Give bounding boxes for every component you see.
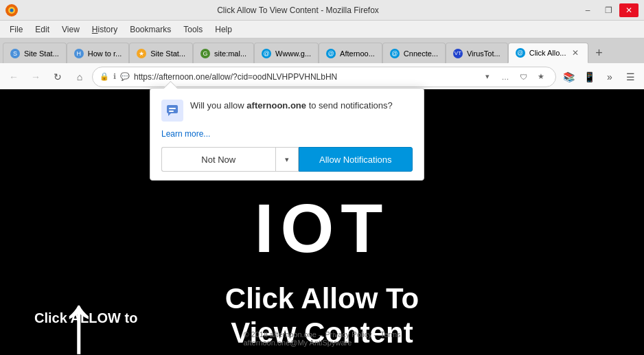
tab-favicon-7: @ [390, 49, 400, 58]
menu-bookmarks[interactable]: Bookmarks [124, 23, 176, 36]
svg-rect-6 [169, 111, 174, 112]
svg-marker-4 [168, 113, 171, 116]
footer-text: © 2018 afternoon.one – Privacy Policy – … [243, 330, 400, 347]
tab-site-mal[interactable]: G site:mal... [193, 43, 254, 63]
tab-label-3: Site Stat... [150, 49, 185, 58]
tab-favicon-1: S [10, 49, 20, 58]
restore-button[interactable]: ❐ [599, 3, 618, 17]
chat-icon: 💬 [120, 72, 130, 81]
notification-chat-icon [161, 100, 183, 122]
tab-favicon-2: H [74, 49, 84, 58]
click-allow-bottom: Click ALLOW to [34, 310, 137, 326]
titlebar-controls: – ❐ ✕ [578, 3, 639, 17]
tab-site-stat-1[interactable]: S Site Stat... [3, 43, 67, 63]
titlebar-left [5, 4, 18, 16]
tab-click-allow[interactable]: @ Click Allo... ✕ [508, 43, 589, 63]
notification-popup: Will you allow afternoon.one to send not… [150, 88, 424, 181]
tab-site-stat-2[interactable]: ★ Site Stat... [129, 43, 193, 63]
learn-more-link[interactable]: Learn more... [161, 129, 210, 139]
footer-copyright: © 2018 afternoon.one – Privacy Policy – … [243, 330, 400, 339]
tab-how-to[interactable]: H How to r... [67, 43, 130, 63]
notif-msg-start: Will you allow [190, 100, 246, 111]
urlbar-dropdown-button[interactable]: ▾ [480, 69, 495, 84]
urlbar-icons: ▾ … 🛡 ★ [480, 69, 549, 84]
notif-domain: afternoon.one [246, 100, 306, 111]
overflow-button[interactable]: » [600, 67, 619, 87]
iot-text: IOT [255, 189, 390, 268]
urlbar[interactable]: 🔒 ℹ 💬 https://afternoon.one/allow/?cid=o… [92, 67, 556, 87]
tab-virustotal[interactable]: VT VirusTot... [446, 43, 508, 63]
menu-view[interactable]: View [56, 23, 85, 36]
tab-favicon-6: @ [326, 49, 336, 58]
lock-icon: 🔒 [100, 72, 109, 81]
tab-favicon-9: @ [516, 48, 525, 58]
svg-rect-5 [169, 108, 176, 109]
click-allow-line1: Click Allow To [225, 282, 419, 314]
menu-file[interactable]: File [4, 23, 28, 36]
tab-favicon-4: G [200, 49, 210, 58]
notification-buttons: Not Now ▾ Allow Notifications [161, 147, 413, 172]
forward-button[interactable]: → [26, 67, 45, 87]
info-icon: ℹ [113, 72, 116, 81]
back-button[interactable]: ← [4, 67, 23, 87]
svg-point-2 [10, 8, 14, 12]
new-tab-button[interactable]: + [588, 43, 609, 63]
reload-button[interactable]: ↻ [48, 67, 67, 87]
minimize-button[interactable]: – [578, 3, 597, 17]
not-now-button[interactable]: Not Now [161, 147, 275, 172]
tab-close-button[interactable]: ✕ [570, 47, 581, 58]
menu-tools[interactable]: Tools [178, 23, 208, 36]
tabsbar: S Site Stat... H How to r... ★ Site Stat… [0, 38, 644, 63]
footer-sub: afternoon.one@My AntiSpyware [243, 339, 352, 347]
nav-right: 📚 📱 » ☰ [559, 67, 640, 87]
more-options-button[interactable]: … [498, 69, 513, 84]
close-button[interactable]: ✕ [619, 3, 639, 17]
tab-label-4: site:mal... [214, 49, 246, 58]
menu-edit[interactable]: Edit [30, 23, 55, 36]
synced-tabs-button[interactable]: 📱 [579, 67, 599, 87]
library-button[interactable]: 📚 [559, 67, 578, 87]
tab-label-7: Cnnecte... [404, 49, 438, 58]
titlebar-title: Click Allow To View Content - Mozilla Fi… [18, 5, 578, 15]
allow-notifications-button[interactable]: Allow Notifications [299, 147, 413, 172]
titlebar: Click Allow To View Content - Mozilla Fi… [0, 0, 644, 21]
reader-view-button[interactable]: 🛡 [516, 69, 531, 84]
firefox-logo-icon [5, 4, 18, 16]
tab-cnnected[interactable]: @ Cnnecte... [382, 43, 446, 63]
notif-msg-end: to send notifications? [306, 100, 393, 111]
notification-message: Will you allow afternoon.one to send not… [190, 100, 393, 112]
menu-history[interactable]: History [87, 23, 123, 36]
hamburger-button[interactable]: ☰ [621, 67, 640, 87]
tab-favicon-5: @ [262, 49, 271, 58]
url-display[interactable]: https://afternoon.one/allow/?cid=oodNLVH… [134, 72, 476, 82]
notification-header: Will you allow afternoon.one to send not… [161, 100, 413, 122]
not-now-dropdown-button[interactable]: ▾ [275, 147, 299, 172]
tab-label-9: Click Allo... [529, 49, 566, 57]
tab-label-5: Wwww.g... [275, 49, 311, 58]
tab-label-8: VirusTot... [467, 49, 501, 58]
tab-label-2: How to r... [88, 49, 122, 58]
tab-label-6: Afternoo... [340, 49, 375, 58]
navbar: ← → ↻ ⌂ 🔒 ℹ 💬 https://afternoon.one/allo… [0, 63, 644, 91]
home-button[interactable]: ⌂ [70, 67, 89, 87]
bookmark-star-button[interactable]: ★ [533, 69, 549, 84]
tab-favicon-3: ★ [137, 49, 146, 58]
menubar: File Edit View History Bookmarks Tools H… [0, 21, 644, 38]
tab-afternoon[interactable]: @ Afternoo... [319, 43, 382, 63]
tab-label-1: Site Stat... [24, 49, 59, 58]
menu-help[interactable]: Help [209, 23, 238, 36]
tab-favicon-8: VT [453, 49, 463, 58]
tab-wwww[interactable]: @ Wwww.g... [254, 43, 319, 63]
